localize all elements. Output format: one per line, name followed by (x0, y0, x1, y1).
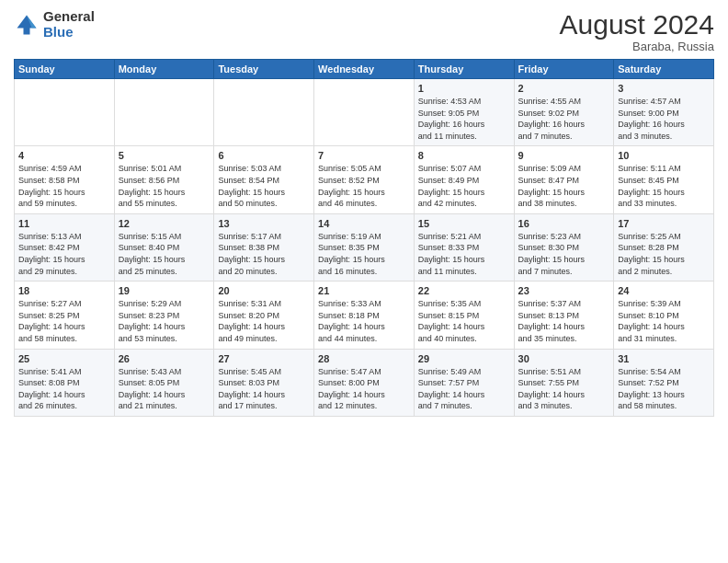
calendar-cell: 31Sunrise: 5:54 AM Sunset: 7:52 PM Dayli… (614, 349, 714, 416)
day-number: 8 (418, 150, 510, 161)
day-number: 16 (518, 218, 610, 229)
day-info: Sunrise: 5:03 AM Sunset: 8:54 PM Dayligh… (218, 163, 310, 209)
day-info: Sunrise: 5:29 AM Sunset: 8:23 PM Dayligh… (119, 298, 210, 344)
day-number: 1 (418, 83, 510, 94)
day-number: 6 (218, 150, 310, 161)
day-number: 12 (119, 218, 210, 229)
day-info: Sunrise: 5:05 AM Sunset: 8:52 PM Dayligh… (318, 163, 410, 209)
calendar-cell: 7Sunrise: 5:05 AM Sunset: 8:52 PM Daylig… (314, 146, 415, 213)
day-number: 20 (218, 285, 310, 296)
calendar-cell: 16Sunrise: 5:23 AM Sunset: 8:30 PM Dayli… (514, 213, 614, 281)
calendar-cell (214, 79, 314, 146)
calendar-cell: 27Sunrise: 5:45 AM Sunset: 8:03 PM Dayli… (214, 349, 314, 416)
calendar-cell: 30Sunrise: 5:51 AM Sunset: 7:55 PM Dayli… (514, 349, 614, 416)
calendar-cell: 25Sunrise: 5:41 AM Sunset: 8:08 PM Dayli… (15, 349, 115, 416)
calendar-cell: 5Sunrise: 5:01 AM Sunset: 8:56 PM Daylig… (114, 146, 214, 213)
day-number: 31 (618, 353, 710, 364)
weekday-header-friday: Friday (514, 60, 614, 79)
logo: General Blue (14, 9, 95, 40)
calendar-cell: 6Sunrise: 5:03 AM Sunset: 8:54 PM Daylig… (214, 146, 314, 213)
day-info: Sunrise: 4:59 AM Sunset: 8:58 PM Dayligh… (18, 163, 110, 209)
calendar-cell: 15Sunrise: 5:21 AM Sunset: 8:33 PM Dayli… (414, 213, 514, 281)
calendar-week-row: 1Sunrise: 4:53 AM Sunset: 9:05 PM Daylig… (15, 79, 714, 146)
day-info: Sunrise: 5:25 AM Sunset: 8:28 PM Dayligh… (618, 231, 710, 277)
location: Baraba, Russia (560, 40, 714, 53)
day-number: 27 (218, 353, 310, 364)
weekday-header-saturday: Saturday (614, 60, 714, 79)
day-info: Sunrise: 5:13 AM Sunset: 8:42 PM Dayligh… (18, 231, 110, 277)
calendar-cell: 22Sunrise: 5:35 AM Sunset: 8:15 PM Dayli… (414, 282, 514, 349)
day-info: Sunrise: 5:09 AM Sunset: 8:47 PM Dayligh… (518, 163, 610, 209)
day-number: 23 (518, 285, 610, 296)
weekday-header-thursday: Thursday (414, 60, 514, 79)
calendar-cell: 3Sunrise: 4:57 AM Sunset: 9:00 PM Daylig… (614, 79, 714, 146)
day-number: 28 (318, 353, 410, 364)
calendar-cell: 4Sunrise: 4:59 AM Sunset: 8:58 PM Daylig… (15, 146, 115, 213)
day-info: Sunrise: 5:21 AM Sunset: 8:33 PM Dayligh… (418, 231, 510, 277)
day-number: 15 (418, 218, 510, 229)
day-number: 22 (418, 285, 510, 296)
calendar-cell: 14Sunrise: 5:19 AM Sunset: 8:35 PM Dayli… (314, 213, 415, 281)
calendar-cell (114, 79, 214, 146)
day-info: Sunrise: 5:23 AM Sunset: 8:30 PM Dayligh… (518, 231, 610, 277)
logo-icon (14, 12, 40, 38)
logo-general-text: General (43, 9, 95, 25)
day-info: Sunrise: 4:55 AM Sunset: 9:02 PM Dayligh… (518, 96, 610, 142)
calendar-cell (15, 79, 115, 146)
calendar-cell: 28Sunrise: 5:47 AM Sunset: 8:00 PM Dayli… (314, 349, 415, 416)
calendar-cell: 24Sunrise: 5:39 AM Sunset: 8:10 PM Dayli… (614, 282, 714, 349)
calendar-cell: 21Sunrise: 5:33 AM Sunset: 8:18 PM Dayli… (314, 282, 415, 349)
day-number: 11 (18, 218, 110, 229)
day-info: Sunrise: 5:17 AM Sunset: 8:38 PM Dayligh… (218, 231, 310, 277)
calendar-cell: 2Sunrise: 4:55 AM Sunset: 9:02 PM Daylig… (514, 79, 614, 146)
calendar-cell (314, 79, 415, 146)
day-info: Sunrise: 5:54 AM Sunset: 7:52 PM Dayligh… (618, 366, 710, 412)
weekday-header-tuesday: Tuesday (214, 60, 314, 79)
day-number: 9 (518, 150, 610, 161)
day-number: 2 (518, 83, 610, 94)
day-number: 29 (418, 353, 510, 364)
day-number: 5 (119, 150, 210, 161)
calendar-cell: 9Sunrise: 5:09 AM Sunset: 8:47 PM Daylig… (514, 146, 614, 213)
calendar-cell: 11Sunrise: 5:13 AM Sunset: 8:42 PM Dayli… (15, 213, 115, 281)
day-info: Sunrise: 5:51 AM Sunset: 7:55 PM Dayligh… (518, 366, 610, 412)
day-info: Sunrise: 5:15 AM Sunset: 8:40 PM Dayligh… (119, 231, 210, 277)
day-info: Sunrise: 5:45 AM Sunset: 8:03 PM Dayligh… (218, 366, 310, 412)
calendar-table: SundayMondayTuesdayWednesdayThursdayFrid… (14, 59, 714, 417)
calendar-cell: 19Sunrise: 5:29 AM Sunset: 8:23 PM Dayli… (114, 282, 214, 349)
logo-text: General Blue (43, 9, 95, 40)
day-info: Sunrise: 5:31 AM Sunset: 8:20 PM Dayligh… (218, 298, 310, 344)
day-info: Sunrise: 5:11 AM Sunset: 8:45 PM Dayligh… (618, 163, 710, 209)
calendar-cell: 29Sunrise: 5:49 AM Sunset: 7:57 PM Dayli… (414, 349, 514, 416)
day-info: Sunrise: 5:07 AM Sunset: 8:49 PM Dayligh… (418, 163, 510, 209)
day-info: Sunrise: 5:27 AM Sunset: 8:25 PM Dayligh… (18, 298, 110, 344)
calendar-cell: 26Sunrise: 5:43 AM Sunset: 8:05 PM Dayli… (114, 349, 214, 416)
day-info: Sunrise: 5:39 AM Sunset: 8:10 PM Dayligh… (618, 298, 710, 344)
calendar-cell: 23Sunrise: 5:37 AM Sunset: 8:13 PM Dayli… (514, 282, 614, 349)
calendar-cell: 17Sunrise: 5:25 AM Sunset: 8:28 PM Dayli… (614, 213, 714, 281)
day-number: 7 (318, 150, 410, 161)
day-info: Sunrise: 5:01 AM Sunset: 8:56 PM Dayligh… (119, 163, 210, 209)
day-number: 10 (618, 150, 710, 161)
calendar-cell: 18Sunrise: 5:27 AM Sunset: 8:25 PM Dayli… (15, 282, 115, 349)
day-info: Sunrise: 5:33 AM Sunset: 8:18 PM Dayligh… (318, 298, 410, 344)
month-title: August 2024 (560, 9, 714, 40)
day-number: 19 (119, 285, 210, 296)
calendar-cell: 10Sunrise: 5:11 AM Sunset: 8:45 PM Dayli… (614, 146, 714, 213)
calendar-cell: 8Sunrise: 5:07 AM Sunset: 8:49 PM Daylig… (414, 146, 514, 213)
day-number: 24 (618, 285, 710, 296)
calendar-week-row: 11Sunrise: 5:13 AM Sunset: 8:42 PM Dayli… (15, 213, 714, 281)
day-info: Sunrise: 5:19 AM Sunset: 8:35 PM Dayligh… (318, 231, 410, 277)
day-number: 30 (518, 353, 610, 364)
day-info: Sunrise: 5:35 AM Sunset: 8:15 PM Dayligh… (418, 298, 510, 344)
calendar-cell: 1Sunrise: 4:53 AM Sunset: 9:05 PM Daylig… (414, 79, 514, 146)
day-info: Sunrise: 4:57 AM Sunset: 9:00 PM Dayligh… (618, 96, 710, 142)
calendar-week-row: 4Sunrise: 4:59 AM Sunset: 8:58 PM Daylig… (15, 146, 714, 213)
weekday-header-sunday: Sunday (15, 60, 115, 79)
day-info: Sunrise: 5:43 AM Sunset: 8:05 PM Dayligh… (119, 366, 210, 412)
calendar-week-row: 25Sunrise: 5:41 AM Sunset: 8:08 PM Dayli… (15, 349, 714, 416)
title-area: August 2024 Baraba, Russia (560, 9, 714, 53)
day-info: Sunrise: 4:53 AM Sunset: 9:05 PM Dayligh… (418, 96, 510, 142)
header: General Blue August 2024 Baraba, Russia (14, 9, 714, 53)
day-info: Sunrise: 5:49 AM Sunset: 7:57 PM Dayligh… (418, 366, 510, 412)
